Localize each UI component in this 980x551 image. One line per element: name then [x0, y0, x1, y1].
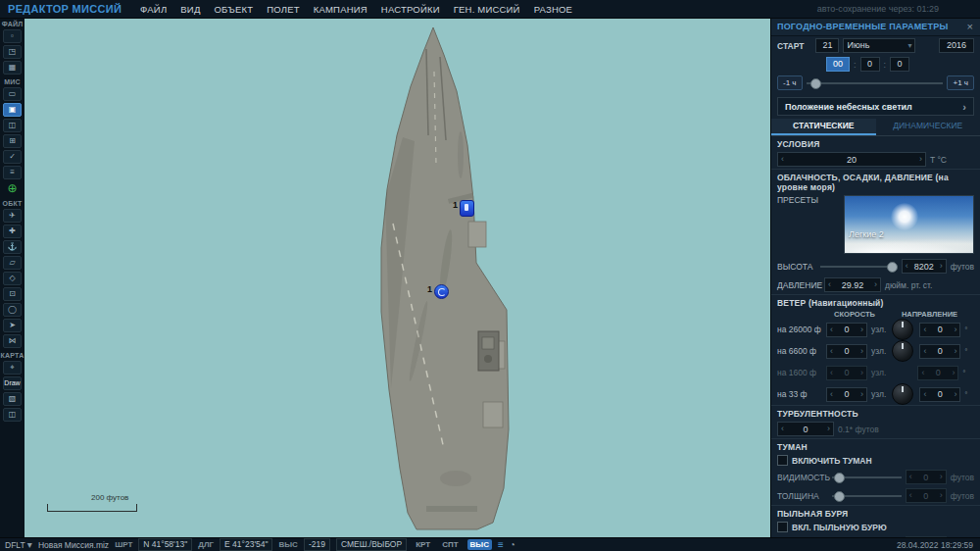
altitude-spinner[interactable]: ‹ 8202 ›: [902, 259, 947, 274]
layers-icon[interactable]: ▧: [3, 392, 22, 406]
add-object-icon[interactable]: ⊕: [3, 181, 22, 196]
spinner-increment-icon[interactable]: ›: [951, 345, 959, 358]
goals-icon[interactable]: ⊞: [3, 134, 22, 148]
fog-thickness-slider[interactable]: [832, 490, 902, 502]
fog-visibility-thumb[interactable]: [834, 473, 845, 483]
briefing-icon[interactable]: ▭: [3, 87, 22, 101]
unit-icon[interactable]: [460, 200, 474, 217]
helicopter-icon[interactable]: ✚: [3, 225, 22, 238]
wind-direction-spinner-6600[interactable]: ‹ 0 ›: [919, 344, 960, 359]
wind-speed-spinner-6600[interactable]: ‹ 0 ›: [826, 344, 867, 359]
vehicle-icon[interactable]: ▱: [3, 256, 22, 270]
wind-speed-spinner-33[interactable]: ‹ 0 ›: [826, 387, 867, 402]
spinner-decrement-icon[interactable]: ‹: [778, 423, 787, 435]
spinner-decrement-icon[interactable]: ‹: [827, 345, 836, 358]
coord-mode-box[interactable]: СМЕШ./ВЫБОР: [336, 538, 407, 551]
open-mission-icon[interactable]: ◳: [3, 45, 22, 59]
seconds-input[interactable]: 0: [890, 57, 909, 72]
temperature-spinner[interactable]: ‹ 20 ›: [777, 152, 926, 167]
clock-icon[interactable]: ◔: [510, 539, 515, 550]
wind-direction-knob-26000[interactable]: [892, 319, 913, 340]
fog-thickness-thumb[interactable]: [834, 491, 845, 502]
dust-enable-checkbox[interactable]: [777, 522, 788, 532]
theme-select[interactable]: DFLT ▾: [5, 539, 32, 550]
menu-settings[interactable]: НАСТРОЙКИ: [374, 4, 447, 15]
menu-file[interactable]: ФАЙЛ: [133, 4, 173, 15]
list-icon[interactable]: ≡: [3, 166, 22, 179]
spinner-increment-icon[interactable]: ›: [858, 345, 866, 358]
validate-icon[interactable]: ✓: [3, 150, 22, 164]
wind-direction-knob-6600[interactable]: [892, 340, 913, 362]
spinner-decrement-icon[interactable]: ‹: [827, 388, 836, 401]
turbulence-spinner[interactable]: ‹ 0 ›: [777, 422, 834, 436]
route-icon[interactable]: ➤: [3, 319, 22, 332]
time-slider[interactable]: [807, 77, 944, 89]
year-input[interactable]: 2016: [939, 38, 974, 53]
unit-icon[interactable]: [434, 284, 449, 299]
unit-marker-1[interactable]: 1: [453, 200, 474, 217]
menu-misc[interactable]: РАЗНОЕ: [527, 4, 579, 15]
close-icon[interactable]: ×: [960, 21, 980, 32]
menu-campaign[interactable]: КАМПАНИЯ: [307, 4, 374, 15]
spinner-decrement-icon[interactable]: ‹: [778, 153, 787, 166]
minutes-input[interactable]: 0: [860, 57, 880, 72]
measure-icon[interactable]: ⌖: [3, 361, 22, 375]
fog-enable-checkbox[interactable]: [777, 455, 788, 466]
save-mission-icon[interactable]: ▦: [3, 61, 22, 75]
grid-icon[interactable]: ◫: [3, 408, 22, 422]
spinner-increment-icon[interactable]: ›: [858, 324, 866, 336]
wind-speed-spinner-26000[interactable]: ‹ 0 ›: [826, 323, 867, 337]
menu-object[interactable]: ОБЪЕКТ: [208, 4, 261, 15]
zone-icon[interactable]: ◯: [3, 303, 22, 317]
time-slider-thumb[interactable]: [810, 78, 821, 89]
spinner-increment-icon[interactable]: ›: [871, 278, 880, 291]
toggle-altitude-layer[interactable]: ВЫС: [467, 539, 492, 550]
toggle-map-layer[interactable]: КРТ: [413, 540, 433, 549]
ship-icon[interactable]: ⚓: [3, 240, 22, 254]
tab-static[interactable]: СТАТИЧЕСКИЕ: [771, 119, 876, 135]
menu-flight[interactable]: ПОЛЕТ: [260, 4, 307, 15]
spinner-increment-icon[interactable]: ›: [951, 388, 959, 401]
fog-visibility-slider[interactable]: [832, 472, 902, 483]
spinner-increment-icon[interactable]: ›: [916, 153, 925, 166]
spinner-decrement-icon[interactable]: ‹: [827, 324, 836, 336]
layers-icon[interactable]: ≡: [498, 539, 504, 550]
wind-direction-knob-33[interactable]: [892, 383, 913, 405]
month-select[interactable]: Июнь ▾: [843, 38, 915, 53]
spinner-increment-icon[interactable]: ›: [937, 260, 946, 273]
group-icon[interactable]: ⋈: [3, 334, 22, 348]
spinner-decrement-icon[interactable]: ‹: [903, 260, 911, 273]
time-separator: :: [854, 60, 857, 70]
spinner-decrement-icon[interactable]: ‹: [920, 388, 929, 401]
tab-dynamic[interactable]: ДИНАМИЧЕСКИЕ: [876, 119, 980, 133]
spinner-increment-icon[interactable]: ›: [951, 324, 959, 336]
spinner-decrement-icon[interactable]: ‹: [825, 278, 834, 291]
menu-view[interactable]: ВИД: [173, 4, 207, 15]
plus-hour-button[interactable]: +1 ч: [947, 75, 974, 90]
menu-gen-mission[interactable]: ГЕН. МИССИЙ: [447, 4, 527, 15]
template-icon[interactable]: ⊡: [3, 287, 22, 301]
spinner-increment-icon[interactable]: ›: [858, 388, 866, 401]
minus-hour-button[interactable]: -1 ч: [777, 75, 803, 90]
wind-direction-spinner-26000[interactable]: ‹ 0 ›: [919, 323, 960, 337]
draw-button[interactable]: Draw: [3, 376, 22, 390]
celestial-position-button[interactable]: Положение небесных светил ›: [777, 97, 974, 116]
spinner-increment-icon[interactable]: ›: [824, 423, 833, 435]
toggle-satellite-layer[interactable]: СПТ: [439, 540, 461, 549]
spinner-decrement-icon[interactable]: ‹: [920, 324, 929, 336]
altitude-slider[interactable]: [820, 261, 898, 273]
wind-direction-spinner-33[interactable]: ‹ 0 ›: [919, 387, 960, 402]
static-object-icon[interactable]: ◇: [3, 272, 22, 285]
new-mission-icon[interactable]: ▫: [3, 29, 22, 43]
unit-marker-2[interactable]: 1: [427, 284, 449, 299]
altitude-slider-thumb[interactable]: [887, 262, 898, 273]
pressure-spinner[interactable]: ‹ 29.92 ›: [824, 277, 881, 292]
triggers-icon[interactable]: ◫: [3, 119, 22, 132]
map-canvas[interactable]: 1 1 200 футов: [24, 18, 771, 537]
cloud-preset-image[interactable]: Легкие 2: [844, 195, 974, 254]
hours-input[interactable]: 00: [826, 57, 850, 72]
day-input[interactable]: 21: [815, 38, 839, 53]
spinner-decrement-icon[interactable]: ‹: [920, 345, 929, 358]
map-options-icon[interactable]: ▣: [3, 103, 22, 117]
aircraft-icon[interactable]: ✈: [3, 209, 22, 223]
